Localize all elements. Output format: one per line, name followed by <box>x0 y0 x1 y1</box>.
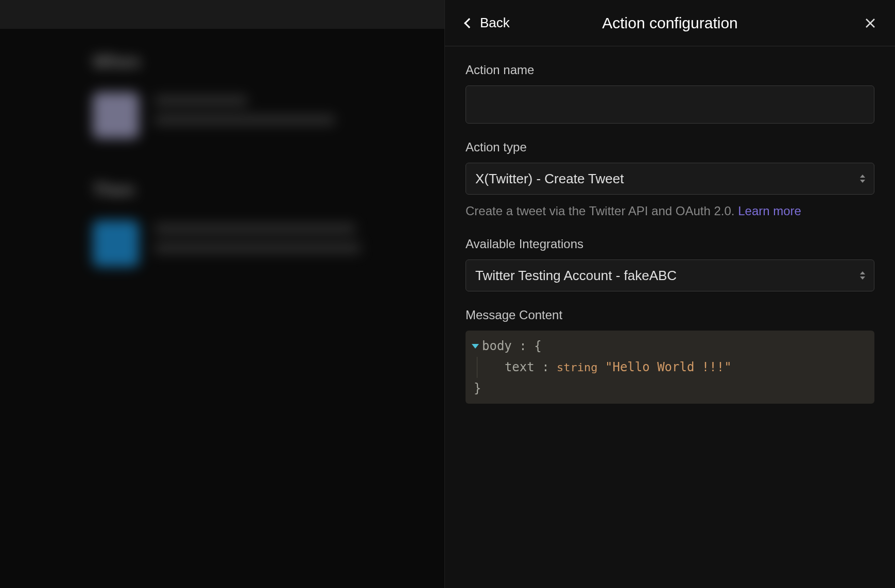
integrations-field: Available Integrations Twitter Testing A… <box>466 237 874 291</box>
bg-line <box>154 95 247 106</box>
close-button[interactable] <box>862 15 879 31</box>
message-content-code[interactable]: body : { text : string "Hello World !!!"… <box>466 331 874 404</box>
action-type-hint-text: Create a tweet via the Twitter API and O… <box>466 204 738 218</box>
bg-text-lines <box>154 92 335 125</box>
message-content-field: Message Content body : { text : string "… <box>466 308 874 404</box>
bg-icon-1 <box>93 92 139 139</box>
bg-section-when: When <box>93 51 360 72</box>
code-line-text: text : string "Hello World !!!" <box>477 357 868 378</box>
bg-section-then: Then <box>93 180 360 200</box>
bg-line <box>154 223 355 234</box>
integrations-selected: Twitter Testing Account - fakeABC <box>475 268 677 284</box>
close-icon <box>864 17 876 29</box>
message-content-label: Message Content <box>466 308 874 322</box>
action-type-field: Action type X(Twitter) - Create Tweet Cr… <box>466 140 874 220</box>
action-name-field: Action name <box>466 63 874 124</box>
code-text-key: text <box>505 357 535 378</box>
action-type-selected: X(Twitter) - Create Tweet <box>475 171 624 187</box>
code-punct: : { <box>512 336 542 357</box>
back-label: Back <box>480 15 510 31</box>
back-button[interactable]: Back <box>461 11 514 35</box>
code-space <box>598 357 605 378</box>
action-name-label: Action name <box>466 63 874 77</box>
code-line-close: } <box>472 378 868 399</box>
integrations-select-wrapper: Twitter Testing Account - fakeABC <box>466 260 874 291</box>
code-indent <box>490 357 505 378</box>
action-type-select[interactable]: X(Twitter) - Create Tweet <box>466 163 874 195</box>
tree-toggle-icon[interactable] <box>472 344 479 349</box>
learn-more-link[interactable]: Learn more <box>738 204 801 218</box>
code-text-type: string <box>557 358 597 377</box>
panel-header: Back Action configuration <box>445 0 895 46</box>
code-body-key: body <box>482 336 512 357</box>
bg-line <box>154 243 360 253</box>
chevron-left-icon <box>464 18 474 28</box>
code-punct: : <box>535 357 557 378</box>
action-config-panel: Back Action configuration Action name Ac… <box>444 0 895 588</box>
code-line-body: body : { <box>472 336 868 357</box>
bg-icon-2 <box>93 220 139 267</box>
bg-card-then <box>93 220 360 267</box>
code-text-value: "Hello World !!!" <box>605 357 732 378</box>
integrations-select[interactable]: Twitter Testing Account - fakeABC <box>466 260 874 291</box>
integrations-label: Available Integrations <box>466 237 874 251</box>
action-type-select-wrapper: X(Twitter) - Create Tweet <box>466 163 874 195</box>
action-name-input[interactable] <box>466 85 874 124</box>
panel-body: Action name Action type X(Twitter) - Cre… <box>445 46 895 420</box>
action-type-hint: Create a tweet via the Twitter API and O… <box>466 202 874 220</box>
bg-card-when <box>93 92 360 139</box>
bg-text-lines <box>154 220 360 253</box>
code-close-brace: } <box>474 378 481 399</box>
background-blurred-content: When Then <box>93 51 360 308</box>
action-type-label: Action type <box>466 140 874 154</box>
bg-line <box>154 115 335 125</box>
panel-title: Action configuration <box>602 14 738 32</box>
